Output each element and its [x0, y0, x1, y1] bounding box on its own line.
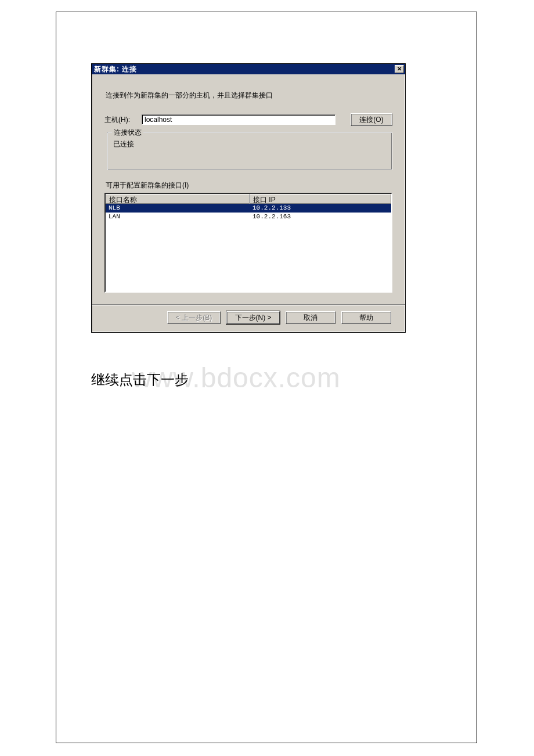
- status-group-title: 连接状态: [112, 128, 143, 138]
- instruction-text: 连接到作为新群集的一部分的主机，并且选择群集接口: [106, 91, 392, 100]
- host-row: 主机(H): 连接(O): [104, 113, 392, 126]
- connect-button[interactable]: 连接(O): [351, 113, 392, 126]
- listview-header: 接口名称 接口 IP: [106, 194, 391, 204]
- host-label: 主机(H):: [104, 115, 138, 125]
- help-button[interactable]: 帮助: [341, 311, 391, 324]
- separator: [92, 304, 405, 305]
- back-button: < 上一步(B): [167, 311, 221, 324]
- table-row[interactable]: NLB10.2.2.133: [106, 204, 391, 213]
- column-header-ip[interactable]: 接口 IP: [250, 194, 391, 204]
- close-icon[interactable]: ✕: [395, 65, 404, 73]
- new-cluster-connect-dialog: 新群集: 连接 ✕ 连接到作为新群集的一部分的主机，并且选择群集接口 主机(H)…: [91, 63, 406, 333]
- dialog-body: 连接到作为新群集的一部分的主机，并且选择群集接口 主机(H): 连接(O) 连接…: [92, 74, 405, 332]
- available-interfaces-label: 可用于配置新群集的接口(I): [106, 181, 392, 190]
- page-caption: 继续点击下一步: [91, 370, 189, 389]
- cell-interface-ip: 10.2.2.163: [250, 213, 391, 221]
- column-header-name[interactable]: 接口名称: [106, 194, 250, 204]
- page-container: www.bdocx.com 新群集: 连接 ✕ 连接到作为新群集的一部分的主机，…: [56, 12, 477, 743]
- cancel-button[interactable]: 取消: [286, 311, 335, 324]
- table-row[interactable]: LAN10.2.2.163: [106, 213, 391, 221]
- connection-status-group: 连接状态 已连接: [107, 132, 392, 170]
- dialog-title: 新群集: 连接: [94, 64, 395, 74]
- cell-interface-name: LAN: [106, 213, 250, 221]
- titlebar: 新群集: 连接 ✕: [92, 64, 405, 74]
- wizard-button-row: < 上一步(B) 下一步(N) > 取消 帮助: [104, 311, 392, 324]
- status-text: 已连接: [113, 139, 386, 149]
- cell-interface-ip: 10.2.2.133: [250, 204, 391, 213]
- interfaces-listview[interactable]: 接口名称 接口 IP NLB10.2.2.133LAN10.2.2.163: [104, 193, 392, 293]
- cell-interface-name: NLB: [106, 204, 250, 213]
- host-input[interactable]: [142, 114, 335, 125]
- listview-body: NLB10.2.2.133LAN10.2.2.163: [106, 204, 391, 221]
- next-button[interactable]: 下一步(N) >: [226, 311, 280, 324]
